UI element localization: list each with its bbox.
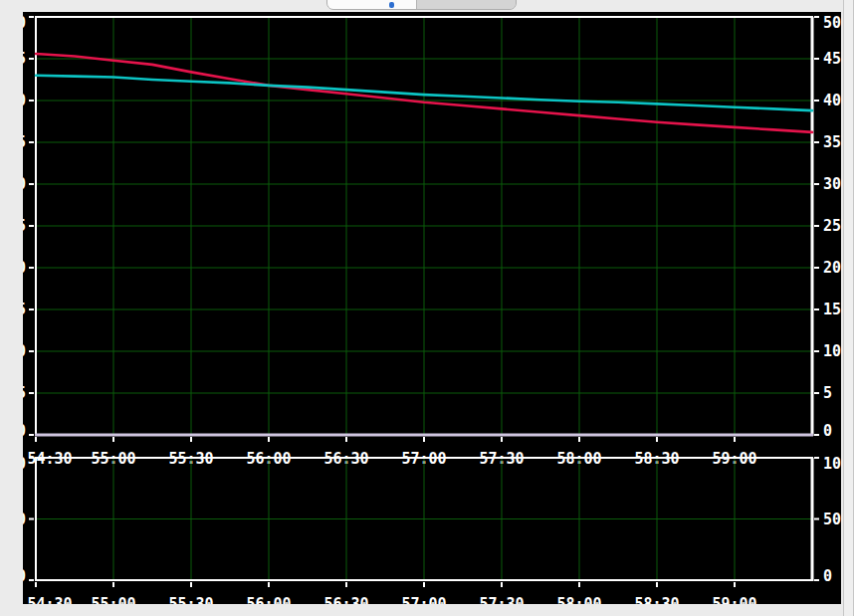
y-tick-label-right: 15 <box>823 301 841 318</box>
temperature-chart: 54:3055:0055:3056:0056:3057:0057:3058:00… <box>23 14 841 468</box>
y-tick-label-left: 20 <box>23 259 26 277</box>
x-tick-label: 58:00 <box>556 595 601 604</box>
x-tick-label: 56:00 <box>246 595 291 604</box>
y-tick-label-left: 0 <box>23 422 26 440</box>
grid-lines <box>36 458 812 580</box>
y-tick-label-right: 25 <box>823 217 841 235</box>
y-tick-label-right: 0 <box>823 422 832 440</box>
y-tick-label-left: 0 <box>23 567 26 585</box>
y-tick-label-right: 10 <box>823 342 841 360</box>
y-tick-label-left: 100 <box>23 455 26 473</box>
y-tick-label-right: 45 <box>823 50 841 68</box>
axis-labels: 54:3055:0055:3056:0056:3057:0057:3058:00… <box>23 455 841 604</box>
x-tick-label: 57:30 <box>479 595 524 604</box>
y-tick-label-left: 40 <box>23 92 26 109</box>
x-tick-label: 56:30 <box>323 595 368 604</box>
x-tick-label: 57:00 <box>401 595 446 604</box>
x-tick-label: 59:00 <box>712 595 756 604</box>
y-tick-label-left: 50 <box>23 14 26 32</box>
y-tick-label-left: 15 <box>23 301 26 318</box>
y-tick-label-right: 5 <box>823 384 832 402</box>
vertical-scrollbar[interactable] <box>843 0 854 616</box>
y-tick-label-right: 40 <box>823 92 841 109</box>
y-tick-label-left: 45 <box>23 50 26 68</box>
view-toggle-segment-selected[interactable] <box>327 0 417 9</box>
view-toggle-segment-unselected[interactable] <box>417 0 516 9</box>
y-tick-label-right: 50 <box>823 14 841 32</box>
x-tick-label: 55:00 <box>91 595 135 604</box>
x-tick-label: 58:30 <box>634 595 679 604</box>
y-tick-label-left: 30 <box>23 175 26 193</box>
selected-tab-accent-mark <box>389 2 394 8</box>
y-tick-label-left: 5 <box>23 384 26 402</box>
view-toggle[interactable] <box>326 0 517 10</box>
charts-svg: 54:3055:0055:3056:0056:3057:0057:3058:00… <box>23 12 841 604</box>
y-tick-label-right: 35 <box>823 133 841 151</box>
y-tick-label-right: 30 <box>823 175 841 193</box>
y-tick-label-right: 20 <box>823 259 841 277</box>
y-tick-label-left: 25 <box>23 217 26 235</box>
axis-labels: 54:3055:0055:3056:0056:3057:0057:3058:00… <box>23 14 841 468</box>
y-tick-label-left: 50 <box>23 511 26 528</box>
x-tick-label: 55:30 <box>168 595 213 604</box>
percent-chart: 54:3055:0055:3056:0056:3057:0057:3058:00… <box>23 455 841 604</box>
y-tick-label-right: 100 <box>823 455 841 473</box>
y-tick-label-right: 0 <box>823 567 832 585</box>
chart-panel: 54:3055:0055:3056:0056:3057:0057:3058:00… <box>23 12 841 604</box>
y-tick-label-right: 50 <box>823 511 841 528</box>
x-tick-label: 54:30 <box>27 595 72 604</box>
y-tick-label-left: 35 <box>23 133 26 151</box>
y-tick-label-left: 10 <box>23 342 26 360</box>
